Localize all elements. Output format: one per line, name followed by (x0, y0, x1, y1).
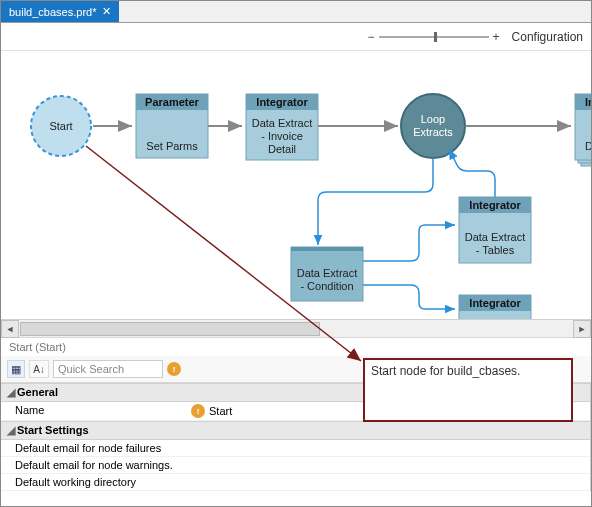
svg-text:Integrator: Integrator (469, 199, 521, 211)
svg-text:Inte: Inte (585, 96, 591, 108)
tab-bar: build_cbases.prd* ✕ (1, 1, 591, 23)
tab-build-cbases[interactable]: build_cbases.prd* ✕ (1, 1, 119, 22)
sort-az-icon[interactable]: A↓ (29, 360, 49, 378)
categorized-view-icon[interactable]: ▦ (7, 360, 25, 378)
edge-condition-bottom (363, 285, 455, 309)
integrator-invoice-node[interactable]: Integrator Data Extract - Invoice Detail (246, 94, 318, 160)
scroll-thumb[interactable] (20, 322, 320, 336)
workflow-canvas[interactable]: Start Parameter Set Parms Integrator Dat… (1, 51, 591, 319)
svg-text:Parameter: Parameter (145, 96, 200, 108)
prop-working-dir[interactable]: Default working directory (1, 474, 590, 491)
workflow-diagram: Start Parameter Set Parms Integrator Dat… (1, 51, 591, 319)
warning-icon: ! (191, 404, 205, 418)
parameter-node[interactable]: Parameter Set Parms (136, 94, 208, 158)
edge-tables-loop (449, 149, 495, 197)
group-general-label: General (17, 386, 58, 398)
integrator-bottom-node[interactable]: Integrator (459, 295, 531, 319)
svg-text:- Invoice: - Invoice (261, 130, 303, 142)
svg-text:Data: Data (585, 140, 591, 152)
callout-text: Start node for build_cbases. (371, 364, 520, 378)
slider-thumb[interactable] (434, 32, 437, 42)
svg-text:Set Parms: Set Parms (146, 140, 198, 152)
scroll-track[interactable] (20, 321, 572, 337)
properties-header: Start (Start) (1, 337, 591, 356)
svg-text:Integrator: Integrator (469, 297, 521, 309)
svg-text:Data Extract: Data Extract (297, 267, 358, 279)
start-node[interactable]: Start (31, 96, 91, 156)
scroll-left-button[interactable]: ◄ (1, 320, 19, 338)
group-start-settings[interactable]: ◢Start Settings (1, 421, 590, 440)
svg-text:Data Extract: Data Extract (252, 117, 313, 129)
prop-failure-email[interactable]: Default email for node failures (1, 440, 590, 457)
svg-text:- Condition: - Condition (300, 280, 353, 292)
svg-text:Integrator: Integrator (256, 96, 308, 108)
callout-box: Start node for build_cbases. (363, 358, 573, 422)
slider-track[interactable] (379, 36, 489, 38)
zoom-slider[interactable]: − + (368, 30, 500, 44)
zoom-out-icon[interactable]: − (368, 30, 375, 44)
integrator-tables-node[interactable]: Integrator Data Extract - Tables (459, 197, 531, 263)
prop-warning-email[interactable]: Default email for node warnings. (1, 457, 590, 474)
prop-name-value: Start (209, 405, 232, 417)
svg-text:- Tables: - Tables (476, 244, 515, 256)
condition-node[interactable]: Data Extract - Condition (291, 247, 363, 301)
warning-icon[interactable]: ! (167, 362, 181, 376)
svg-text:Data Extract: Data Extract (465, 231, 526, 243)
zoom-in-icon[interactable]: + (493, 30, 500, 44)
search-input[interactable]: Quick Search (53, 360, 163, 378)
close-icon[interactable]: ✕ (102, 5, 111, 18)
prop-failure-label: Default email for node failures (15, 442, 584, 454)
prop-wd-label: Default working directory (15, 476, 584, 488)
svg-text:Extracts: Extracts (413, 126, 453, 138)
config-bar: − + Configuration (1, 23, 591, 51)
scroll-right-button[interactable]: ► (573, 320, 591, 338)
tab-title: build_cbases.prd* (9, 6, 96, 18)
loop-node[interactable]: Loop Extracts (401, 94, 465, 158)
prop-warning-label: Default email for node warnings. (15, 459, 584, 471)
configuration-link[interactable]: Configuration (512, 30, 583, 44)
svg-rect-22 (291, 247, 363, 251)
edge-loop-condition (318, 158, 433, 245)
integrator-stack-node[interactable]: Inte Data (575, 94, 591, 166)
canvas-hscrollbar[interactable]: ◄ ► (1, 319, 591, 337)
prop-name-key: Name (15, 404, 191, 418)
svg-text:Start: Start (49, 120, 72, 132)
edge-condition-tables (363, 225, 455, 261)
svg-text:Detail: Detail (268, 143, 296, 155)
search-placeholder: Quick Search (58, 363, 124, 375)
group-settings-label: Start Settings (17, 424, 89, 436)
svg-text:Loop: Loop (421, 113, 445, 125)
